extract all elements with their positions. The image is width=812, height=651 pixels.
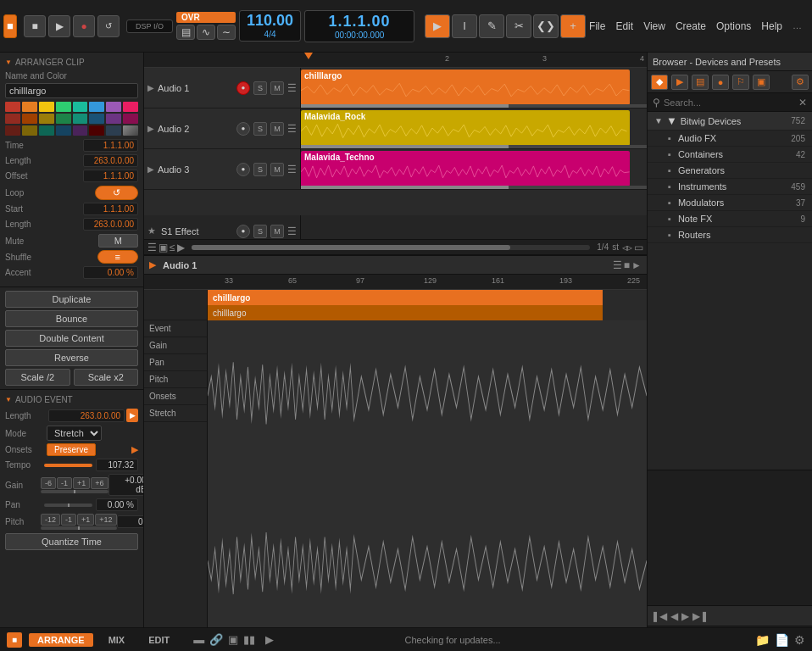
- bpm-display[interactable]: 110.00 4/4: [239, 10, 301, 42]
- status-tab-edit[interactable]: EDIT: [140, 633, 178, 647]
- pencil-tool[interactable]: ✎: [479, 14, 504, 38]
- tree-item-routers[interactable]: ▪ Routers: [648, 227, 812, 243]
- clip-name-input[interactable]: [5, 83, 138, 98]
- color-swatch-indigo[interactable]: [73, 125, 88, 136]
- ae-tempo-slider[interactable]: [44, 464, 92, 467]
- track-m-audio2[interactable]: M: [270, 122, 284, 136]
- ae-mode-select[interactable]: Stretch Loop Once: [47, 426, 102, 441]
- file-icon[interactable]: 📄: [775, 633, 789, 647]
- ae-gain-p1[interactable]: +1: [73, 477, 90, 489]
- menu-file[interactable]: File: [589, 20, 605, 32]
- ae-collapse-icon[interactable]: ▼: [5, 396, 12, 403]
- arranger-hscroll[interactable]: [192, 245, 591, 250]
- arrange-icon[interactable]: ≤: [170, 242, 175, 253]
- tree-item-notefx[interactable]: ▪ Note FX 9: [648, 211, 812, 227]
- track-menu-audio3[interactable]: ☰: [287, 164, 297, 175]
- position-display[interactable]: 1.1.1.00 00:00:00.000: [304, 10, 414, 42]
- clip-chilllargo[interactable]: chilllargo: [301, 70, 630, 105]
- tree-item-containers[interactable]: ▪ Containers 42: [648, 147, 812, 163]
- loop-btn[interactable]: ↺: [97, 15, 120, 37]
- track-expand-audio3[interactable]: ▶: [147, 164, 154, 174]
- color-swatch-brown[interactable]: [22, 125, 37, 136]
- offset-value[interactable]: 1.1.1.00: [83, 170, 138, 182]
- track-menu-audio1[interactable]: ☰: [287, 82, 297, 94]
- ae-pitch-p1[interactable]: +1: [77, 514, 94, 526]
- app-logo-btn[interactable]: ■: [3, 14, 17, 38]
- tree-item-modulators[interactable]: ▪ Modulators 37: [648, 195, 812, 211]
- fullscreen-icon[interactable]: ▭: [634, 242, 643, 253]
- record-btn[interactable]: ●: [73, 15, 95, 37]
- track-expand-audio2[interactable]: ▶: [147, 124, 154, 133]
- color-swatch-blue[interactable]: [89, 102, 104, 112]
- menu-help[interactable]: Help: [761, 20, 782, 32]
- color-swatch-dark-pink[interactable]: [123, 114, 138, 124]
- browser-gear-btn[interactable]: ⚙: [792, 75, 809, 90]
- browser-nav-begin[interactable]: ❚◀: [651, 610, 667, 622]
- scissors-tool[interactable]: ✂: [506, 14, 531, 38]
- blocks-icon[interactable]: ▣: [228, 633, 238, 646]
- color-swatch-yellow[interactable]: [39, 102, 54, 112]
- ae-pan-value[interactable]: 0.00 %: [96, 498, 138, 511]
- ovr-btn[interactable]: OVR: [176, 12, 236, 23]
- length-value[interactable]: 263.0.0.00: [83, 154, 138, 167]
- loop-range-icon[interactable]: ▶: [177, 242, 185, 253]
- color-swatch-green[interactable]: [56, 102, 71, 112]
- menu-view[interactable]: View: [643, 20, 665, 32]
- scale-half-btn[interactable]: Scale /2: [5, 369, 70, 386]
- mute-btn[interactable]: M: [98, 234, 138, 248]
- menu-create[interactable]: Create: [676, 20, 706, 32]
- track-lane-audio2[interactable]: Malavida_Rock: [301, 108, 647, 148]
- color-swatch-forest[interactable]: [39, 125, 54, 136]
- ae-pitch-m12[interactable]: -12: [41, 514, 60, 526]
- browser-monitor-btn[interactable]: ▣: [753, 75, 770, 90]
- detail-waveform-area[interactable]: [208, 320, 647, 636]
- browser-nav-prev[interactable]: ◀: [670, 610, 678, 622]
- color-swatch-custom[interactable]: [123, 125, 138, 136]
- midi-icon[interactable]: ▬: [193, 633, 204, 646]
- color-swatch-navy[interactable]: [56, 125, 71, 136]
- track-lane-audio1[interactable]: chilllargo: [301, 68, 647, 108]
- ae-pitch-m1[interactable]: -1: [61, 514, 76, 526]
- fx-lane-s1[interactable]: [301, 215, 647, 239]
- color-swatch-orange[interactable]: [22, 102, 37, 112]
- loop-toggle[interactable]: ↺: [95, 186, 138, 200]
- text-tool[interactable]: I: [452, 14, 477, 38]
- ae-pitch-value[interactable]: 0.00: [117, 515, 143, 528]
- scale-double-btn[interactable]: Scale x2: [74, 369, 139, 386]
- play-btn[interactable]: ▶: [48, 15, 70, 37]
- track-m-audio3[interactable]: M: [270, 163, 284, 176]
- browser-tag-btn[interactable]: ⚐: [732, 75, 749, 90]
- detail-clip-main[interactable]: chilllargo: [208, 290, 603, 305]
- color-swatch-dark-purple[interactable]: [106, 114, 121, 124]
- add-track-icon[interactable]: ☰: [147, 242, 157, 253]
- color-swatch-dark-blue[interactable]: [89, 114, 104, 124]
- browser-arrow-btn[interactable]: ▶: [671, 75, 688, 90]
- ae-gain-m1[interactable]: -1: [57, 477, 72, 489]
- track-s-audio1[interactable]: S: [253, 81, 267, 95]
- ae-pitch-slider[interactable]: [41, 526, 117, 530]
- settings-icon[interactable]: ⚙: [794, 633, 805, 647]
- detail-icon3[interactable]: ►: [631, 259, 642, 271]
- color-swatch-dark-green[interactable]: [56, 114, 71, 124]
- ae-pan-slider[interactable]: [44, 504, 92, 507]
- tree-item-audiofx[interactable]: ▪ Audio FX 205: [648, 131, 812, 147]
- color-swatch-olive[interactable]: [39, 114, 54, 124]
- color-swatch-dark-teal[interactable]: [73, 114, 88, 124]
- color-swatch-maroon[interactable]: [5, 125, 20, 136]
- stop-btn[interactable]: ■: [24, 15, 46, 37]
- clip-malavida-techno[interactable]: Malavida_Techno: [301, 151, 630, 186]
- tree-item-bitwig[interactable]: ▼ ▼ Bitwig Devices 752: [648, 112, 812, 131]
- track-rec-audio2[interactable]: ●: [236, 122, 250, 136]
- loop-start-value[interactable]: 1.1.1.00: [83, 203, 138, 215]
- track-s-audio2[interactable]: S: [253, 122, 267, 136]
- browser-search-input[interactable]: [664, 97, 795, 108]
- meter-btn1[interactable]: ▤: [176, 25, 195, 40]
- detail-lanes[interactable]: chilllargo chilllargo: [208, 290, 647, 636]
- menu-edit[interactable]: Edit: [615, 20, 633, 32]
- detail-icon2[interactable]: ■: [624, 259, 630, 271]
- color-swatch-pink[interactable]: [123, 102, 138, 112]
- fx-btn-s1[interactable]: ●: [236, 225, 250, 238]
- link-icon[interactable]: 🔗: [209, 633, 223, 646]
- ae-tempo-value[interactable]: 107.32: [96, 459, 138, 471]
- double-content-btn[interactable]: Double Content: [5, 330, 138, 347]
